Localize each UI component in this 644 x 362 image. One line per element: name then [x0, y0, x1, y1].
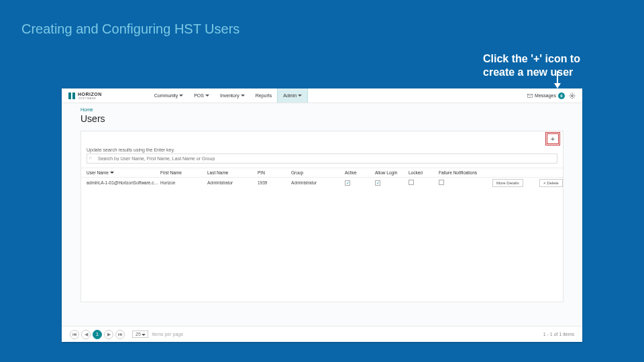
failure-notifications-checkbox[interactable] [439, 180, 444, 185]
col-locked[interactable]: Locked [409, 170, 439, 175]
svg-line-6 [570, 93, 571, 94]
svg-line-9 [574, 93, 574, 94]
nav-item-pos[interactable]: POS [189, 88, 215, 103]
add-row: + [81, 131, 563, 146]
svg-line-7 [574, 97, 574, 98]
table-header: User Name First Name Last Name PIN Group… [81, 168, 563, 178]
app-window: HORIZON SOFTWARE Community POS Inventory… [62, 88, 582, 342]
locked-checkbox[interactable] [409, 180, 414, 185]
nav-label: Reports [256, 93, 272, 98]
col-failure-notifications[interactable]: Failure Notifications [439, 170, 492, 175]
brand-sub: SOFTWARE [78, 97, 102, 100]
nav-item-reports[interactable]: Reports [250, 88, 278, 103]
messages-label: Messages [535, 93, 556, 98]
col-group[interactable]: Group [291, 170, 345, 175]
chevron-down-icon [205, 95, 209, 97]
col-pin[interactable]: PIN [258, 170, 291, 175]
pager-prev-button[interactable]: ◀ [81, 330, 91, 339]
topbar-right: Messages 0 [527, 88, 582, 103]
cell-group: Administrator [291, 180, 345, 185]
sort-down-icon [110, 172, 114, 174]
brand-logo[interactable]: HORIZON SOFTWARE [62, 88, 109, 103]
more-details-button[interactable]: More Details [492, 179, 523, 187]
callout-line-1: Click the '+' icon to [483, 53, 580, 64]
col-label: User Name [87, 170, 109, 175]
cell-pin: 1939 [258, 180, 291, 185]
nav-label: Admin [283, 93, 297, 98]
nav-label: POS [194, 93, 204, 98]
page-size-select[interactable]: 25 [132, 330, 148, 338]
nav-label: Inventory [220, 93, 239, 98]
col-allow-login[interactable]: Allow Login [375, 170, 409, 175]
messages-count-badge: 0 [558, 93, 565, 99]
search-wrap: ⌕ [81, 154, 563, 168]
nav: Community POS Inventory Reports Admin [149, 88, 308, 103]
brand-mark-icon [68, 93, 75, 99]
table-row: adminLA-1-01@HorizonSoftware.c… Horizon … [81, 178, 563, 188]
nav-item-community[interactable]: Community [149, 88, 189, 103]
cell-first-name: Horizon [160, 180, 207, 185]
search-input[interactable] [87, 154, 557, 164]
page-content: Home Users + Update search results using… [62, 103, 582, 302]
page-title: Users [80, 113, 564, 124]
col-user-name[interactable]: User Name [87, 170, 160, 175]
pager-first-button[interactable]: ⏮ [70, 330, 79, 339]
brand-name: HORIZON [78, 92, 102, 97]
nav-label: Community [154, 93, 178, 98]
callout-arrow-icon [553, 71, 562, 90]
envelope-icon [527, 93, 533, 99]
col-active[interactable]: Active [345, 170, 375, 175]
search-icon: ⌕ [89, 155, 92, 160]
chevron-down-icon [241, 95, 245, 97]
page-size-value: 25 [136, 332, 141, 337]
nav-item-admin[interactable]: Admin [277, 88, 308, 103]
gear-icon [569, 93, 576, 99]
nav-item-inventory[interactable]: Inventory [215, 88, 250, 103]
table-empty-space [81, 188, 563, 302]
settings-button[interactable] [569, 93, 576, 99]
svg-line-8 [570, 97, 571, 98]
active-checkbox[interactable]: ✓ [345, 180, 350, 186]
allow-login-checkbox[interactable]: ✓ [375, 180, 380, 186]
chevron-down-icon [179, 95, 183, 97]
callout-text: Click the '+' icon to create a new user [483, 52, 597, 79]
pager-bar: ⏮ ◀ 1 ▶ ⏭ 25 items per page 1 - 1 of 1 i… [62, 326, 582, 342]
breadcrumb[interactable]: Home [80, 107, 564, 112]
pager-range: 1 - 1 of 1 items [543, 332, 574, 337]
chevron-down-icon [142, 334, 146, 336]
messages-button[interactable]: Messages 0 [527, 93, 565, 99]
delete-button[interactable]: × Delete [539, 179, 563, 187]
cell-last-name: Administrator [207, 180, 258, 185]
chevron-down-icon [298, 95, 302, 97]
pager-page-1[interactable]: 1 [93, 330, 102, 339]
slide-title: Creating and Configuring HST Users [21, 21, 239, 37]
search-hint: Update search results using the Enter ke… [81, 146, 563, 154]
per-page-label: items per page [152, 332, 183, 337]
col-last-name[interactable]: Last Name [207, 170, 258, 175]
col-first-name[interactable]: First Name [160, 170, 207, 175]
pager-last-button[interactable]: ⏭ [115, 330, 125, 339]
topbar: HORIZON SOFTWARE Community POS Inventory… [62, 88, 582, 103]
pager-next-button[interactable]: ▶ [104, 330, 113, 339]
cell-user-name: adminLA-1-01@HorizonSoftware.c… [87, 180, 160, 185]
users-card: + Update search results using the Enter … [80, 131, 564, 302]
add-user-button[interactable]: + [547, 133, 559, 144]
svg-point-1 [572, 95, 574, 97]
